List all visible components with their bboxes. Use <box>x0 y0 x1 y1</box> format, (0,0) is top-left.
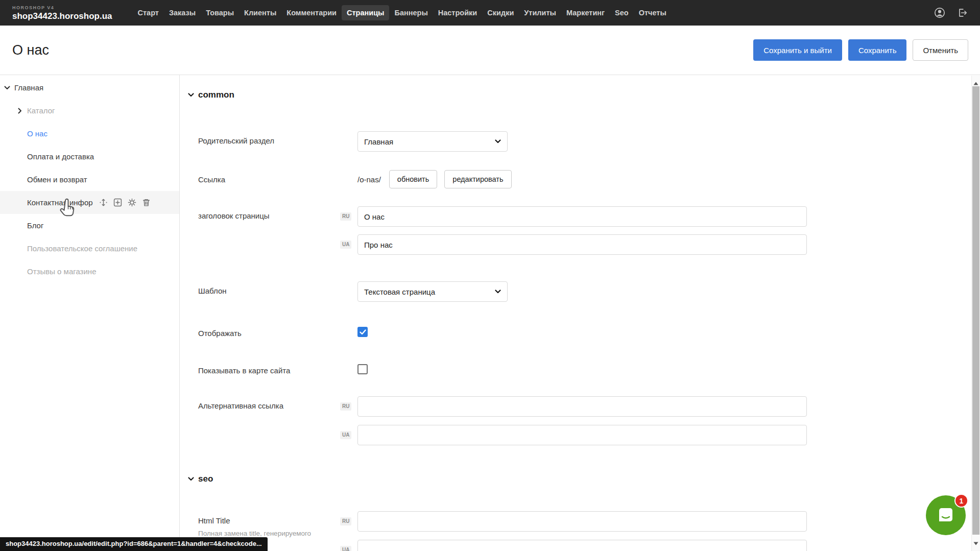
template-label: Шаблон <box>198 281 357 302</box>
lang-badge-ru: RU <box>340 212 351 221</box>
row-page-title: заголовок страницы RU UA <box>198 206 980 255</box>
cancel-button[interactable]: Отменить <box>913 39 968 61</box>
tree-item-label: Отзывы о магазине <box>27 267 96 276</box>
menu-item-start[interactable]: Старт <box>133 5 164 20</box>
tree-item-label: Главная <box>14 83 43 92</box>
vertical-scrollbar[interactable] <box>971 76 980 551</box>
row-link: Ссылка /o-nas/ обновить редактировать <box>198 170 980 188</box>
menu-item-settings[interactable]: Настройки <box>433 5 483 20</box>
tree-item-label: Обмен и возврат <box>27 175 87 184</box>
row-parent-section: Родительский раздел Главная <box>198 131 980 152</box>
tree-item-home[interactable]: Главная <box>0 76 179 99</box>
delete-icon[interactable] <box>142 198 151 207</box>
page-header: О нас Сохранить и выйти Сохранить Отмени… <box>0 26 980 75</box>
row-html-title: Html Title Полная замена title, генериру… <box>198 511 980 551</box>
page-edit-form: common Родительский раздел Главная Ссылк… <box>180 75 980 551</box>
chat-bubble-icon <box>935 505 957 526</box>
tree-item-exchange-return[interactable]: Обмен и возврат <box>0 168 179 191</box>
tree-item-blog[interactable]: Блог <box>0 214 179 237</box>
menu-item-discounts[interactable]: Скидки <box>482 5 519 20</box>
tree-item-label: Каталог <box>27 106 55 115</box>
brand-version: HOROSHOP V4 <box>12 6 112 10</box>
scrollbar-thumb[interactable] <box>972 86 979 535</box>
chevron-down-icon <box>495 139 501 143</box>
edit-link-button[interactable]: редактировать <box>444 170 511 188</box>
menu-item-orders[interactable]: Заказы <box>164 5 201 20</box>
parent-section-select[interactable]: Главная <box>357 131 508 152</box>
tree-item-contact-info[interactable]: Контактная инфор <box>0 191 179 214</box>
menu-item-marketing[interactable]: Маркетинг <box>561 5 610 20</box>
row-template: Шаблон Текстовая страница <box>198 281 980 302</box>
save-button[interactable]: Сохранить <box>848 39 907 61</box>
checkmark-icon <box>360 329 366 335</box>
scroll-down-arrow-icon[interactable] <box>973 538 978 547</box>
display-checkbox[interactable] <box>357 327 368 337</box>
main-menu: Старт Заказы Товары Клиенты Комментарии … <box>133 5 672 20</box>
chevron-down-icon[interactable] <box>4 86 14 90</box>
menu-item-comments[interactable]: Комментарии <box>281 5 342 20</box>
move-icon[interactable] <box>99 198 108 207</box>
page-title-ua-input[interactable] <box>357 234 807 255</box>
menu-item-pages[interactable]: Страницы <box>342 5 389 20</box>
section-common[interactable]: common <box>188 89 980 101</box>
tree-item-store-reviews[interactable]: Отзывы о магазине <box>0 260 179 283</box>
chevron-right-icon[interactable] <box>18 108 27 114</box>
brand-domain: shop34423.horoshop.ua <box>12 12 112 20</box>
settings-icon[interactable] <box>128 198 136 207</box>
page-title: О нас <box>12 42 49 58</box>
brand-logo[interactable]: HOROSHOP V4 shop34423.horoshop.ua <box>12 6 112 20</box>
tree-item-payment-delivery[interactable]: Оплата и доставка <box>0 145 179 168</box>
save-and-exit-button[interactable]: Сохранить и выйти <box>753 39 842 61</box>
lang-badge-ua: UA <box>340 241 351 249</box>
page-title-label: заголовок страницы <box>198 206 357 255</box>
tree-item-about-selected[interactable]: О нас <box>0 122 179 145</box>
menu-item-utilities[interactable]: Утилиты <box>519 5 561 20</box>
top-nav: HOROSHOP V4 shop34423.horoshop.ua Старт … <box>0 0 980 26</box>
alt-link-ru-input[interactable] <box>357 396 807 417</box>
menu-item-seo[interactable]: Seo <box>610 5 634 20</box>
nav-right-icons <box>934 7 968 18</box>
tree-item-catalog[interactable]: Каталог <box>0 99 179 122</box>
pages-tree-sidebar: Главная Каталог О нас Оплата и доставка … <box>0 75 180 551</box>
header-actions: Сохранить и выйти Сохранить Отменить <box>753 39 968 61</box>
sitemap-checkbox[interactable] <box>357 364 368 374</box>
alt-link-label: Альтернативная ссылка <box>198 396 357 445</box>
link-label: Ссылка <box>198 170 357 188</box>
account-icon[interactable] <box>934 7 945 18</box>
lang-badge-ru: RU <box>340 517 351 525</box>
lang-badge-ua: UA <box>340 546 351 551</box>
status-url-tooltip: shop34423.horoshop.ua/edit/edit.php?id=6… <box>0 537 268 551</box>
chevron-down-icon <box>188 477 194 481</box>
menu-item-reports[interactable]: Отчеты <box>634 5 672 20</box>
row-sitemap: Показывать в карте сайта <box>198 361 980 376</box>
lang-badge-ru: RU <box>340 402 351 411</box>
display-label: Отображать <box>198 324 357 339</box>
html-title-ru-input[interactable] <box>357 511 807 532</box>
menu-item-banners[interactable]: Баннеры <box>389 5 433 20</box>
refresh-link-button[interactable]: обновить <box>389 170 437 188</box>
template-select[interactable]: Текстовая страница <box>357 281 508 302</box>
link-value: /o-nas/ <box>357 175 381 184</box>
add-icon[interactable] <box>113 198 122 207</box>
menu-item-products[interactable]: Товары <box>201 5 239 20</box>
logout-icon[interactable] <box>957 7 968 18</box>
tree-item-user-agreement[interactable]: Пользовательское соглашение <box>0 237 179 260</box>
tree-item-label: О нас <box>27 129 47 138</box>
html-title-ua-input[interactable] <box>357 540 807 551</box>
parent-section-label: Родительский раздел <box>198 131 357 152</box>
section-seo[interactable]: seo <box>188 473 980 485</box>
alt-link-ua-input[interactable] <box>357 425 807 445</box>
chat-widget-button[interactable]: 1 <box>926 495 966 535</box>
tree-item-label: Блог <box>27 221 43 230</box>
chevron-down-icon <box>495 290 501 294</box>
page-title-ru-input[interactable] <box>357 206 807 227</box>
tree-item-label: Контактная инфор <box>27 198 93 207</box>
lang-badge-ua: UA <box>340 431 351 439</box>
menu-item-clients[interactable]: Клиенты <box>239 5 281 20</box>
tree-item-hover-actions <box>99 198 151 207</box>
chevron-down-icon <box>188 93 194 97</box>
tree-item-label: Пользовательское соглашение <box>27 244 137 253</box>
parent-section-value: Главная <box>364 137 393 146</box>
html-title-label: Html Title <box>198 516 357 526</box>
tree-item-label: Оплата и доставка <box>27 152 94 161</box>
